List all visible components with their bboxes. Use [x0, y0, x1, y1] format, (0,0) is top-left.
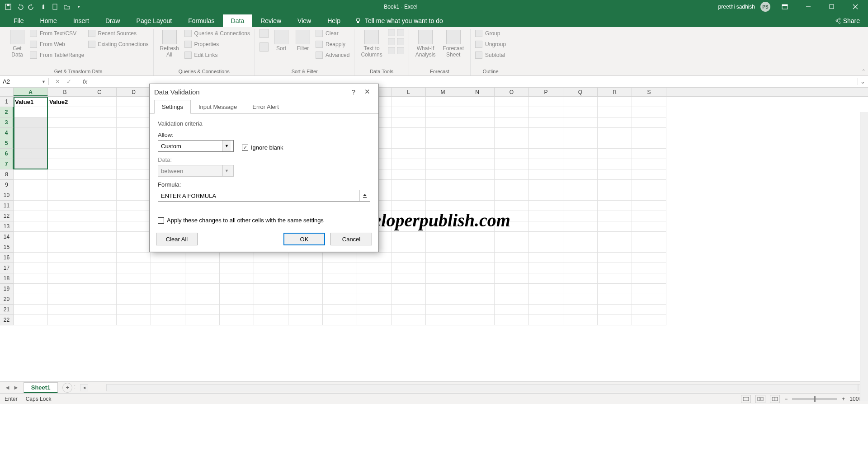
- qat-more-icon[interactable]: ▾: [74, 2, 83, 11]
- cell[interactable]: [632, 263, 666, 273]
- cell[interactable]: [495, 149, 529, 159]
- cell[interactable]: [529, 305, 563, 315]
- cell[interactable]: [82, 180, 117, 190]
- cell[interactable]: [220, 294, 254, 305]
- horizontal-scrollbar[interactable]: [106, 384, 858, 391]
- cell[interactable]: [529, 128, 563, 138]
- formula-input-field[interactable]: [158, 190, 359, 202]
- expand-formula-bar-icon[interactable]: ⌄: [857, 78, 868, 85]
- cell[interactable]: [598, 190, 632, 201]
- cell[interactable]: [254, 273, 288, 284]
- spreadsheet-grid[interactable]: ABCDEFGHIJKLMNOPQRS 1Value1Value22345678…: [0, 88, 868, 381]
- row-header[interactable]: 10: [0, 190, 14, 201]
- cell[interactable]: [632, 315, 666, 325]
- row-header[interactable]: 1: [0, 97, 14, 107]
- cell[interactable]: [529, 117, 563, 128]
- cell[interactable]: [14, 232, 48, 242]
- cell[interactable]: [563, 190, 598, 201]
- cell[interactable]: [117, 107, 151, 117]
- cell[interactable]: [48, 315, 82, 325]
- relationships-icon[interactable]: [397, 38, 404, 45]
- row-header[interactable]: 3: [0, 117, 14, 128]
- cell[interactable]: [82, 117, 117, 128]
- row-header[interactable]: 9: [0, 180, 14, 190]
- cell[interactable]: [82, 294, 117, 305]
- cell[interactable]: [392, 232, 426, 242]
- dialog-close-button[interactable]: ✕: [360, 88, 374, 96]
- recent-sources-button[interactable]: Recent Sources: [88, 29, 149, 38]
- cell[interactable]: [632, 149, 666, 159]
- cell[interactable]: [426, 97, 460, 107]
- dialog-tab-settings[interactable]: Settings: [154, 100, 191, 114]
- cell[interactable]: [48, 128, 82, 138]
- row-header[interactable]: 14: [0, 232, 14, 242]
- cell[interactable]: [460, 305, 495, 315]
- from-text-csv-button[interactable]: From Text/CSV: [30, 29, 85, 38]
- cell[interactable]: [14, 149, 48, 159]
- cell[interactable]: [598, 242, 632, 253]
- clear-all-button[interactable]: Clear All: [156, 233, 198, 245]
- cell[interactable]: [426, 263, 460, 273]
- cell[interactable]: [14, 159, 48, 169]
- cell[interactable]: [598, 97, 632, 107]
- cell[interactable]: Value1: [14, 97, 48, 107]
- cell[interactable]: [357, 253, 392, 263]
- page-layout-view-button[interactable]: [755, 395, 765, 403]
- cell[interactable]: [288, 315, 323, 325]
- cell[interactable]: [14, 211, 48, 221]
- cell[interactable]: [220, 253, 254, 263]
- cell[interactable]: [495, 138, 529, 149]
- cell[interactable]: [82, 97, 117, 107]
- subtotal-button[interactable]: Subtotal: [475, 51, 506, 60]
- consolidate-icon[interactable]: [397, 29, 404, 36]
- cell[interactable]: [254, 305, 288, 315]
- cell[interactable]: [460, 263, 495, 273]
- cell[interactable]: [426, 180, 460, 190]
- cell[interactable]: [254, 294, 288, 305]
- row-header[interactable]: 8: [0, 169, 14, 180]
- cell[interactable]: [495, 117, 529, 128]
- cell[interactable]: [288, 305, 323, 315]
- cell[interactable]: [632, 284, 666, 294]
- cell[interactable]: [495, 128, 529, 138]
- row-header[interactable]: 11: [0, 201, 14, 211]
- cell[interactable]: [185, 253, 220, 263]
- cell[interactable]: [185, 284, 220, 294]
- row-header[interactable]: 4: [0, 128, 14, 138]
- column-header[interactable]: A: [14, 88, 48, 96]
- cell[interactable]: [495, 315, 529, 325]
- cell[interactable]: [460, 284, 495, 294]
- save-icon[interactable]: [4, 2, 13, 11]
- row-header[interactable]: 15: [0, 242, 14, 253]
- cell[interactable]: [529, 232, 563, 242]
- cell[interactable]: [392, 97, 426, 107]
- row-header[interactable]: 12: [0, 211, 14, 221]
- cell[interactable]: [460, 117, 495, 128]
- cell[interactable]: [392, 159, 426, 169]
- row-header[interactable]: 13: [0, 221, 14, 232]
- tell-me-search[interactable]: Tell me what you want to do: [349, 14, 449, 27]
- cell[interactable]: [563, 97, 598, 107]
- cell[interactable]: [220, 315, 254, 325]
- cell[interactable]: [632, 232, 666, 242]
- queries-connections-button[interactable]: Queries & Connections: [184, 29, 250, 38]
- cell[interactable]: [632, 221, 666, 232]
- cell[interactable]: [563, 117, 598, 128]
- cell[interactable]: [426, 190, 460, 201]
- cell[interactable]: [563, 159, 598, 169]
- zoom-slider[interactable]: [792, 398, 837, 400]
- cell[interactable]: [14, 263, 48, 273]
- what-if-analysis-button[interactable]: What-If Analysis: [414, 29, 438, 59]
- cell[interactable]: [288, 273, 323, 284]
- clear-filter-button[interactable]: Clear: [316, 29, 349, 38]
- cell[interactable]: [117, 211, 151, 221]
- cell[interactable]: [117, 149, 151, 159]
- cell[interactable]: [598, 201, 632, 211]
- cell[interactable]: [220, 263, 254, 273]
- cell[interactable]: [82, 284, 117, 294]
- cell[interactable]: [151, 294, 185, 305]
- cell[interactable]: [117, 284, 151, 294]
- close-button[interactable]: [846, 0, 864, 14]
- cell[interactable]: [117, 201, 151, 211]
- cell[interactable]: [323, 315, 357, 325]
